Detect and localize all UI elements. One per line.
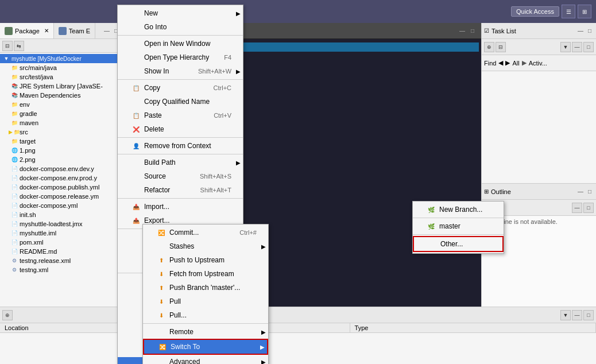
tree-label: 2.png [20,156,36,163]
tab-team[interactable]: Team E [54,23,95,38]
team-menu-advanced[interactable]: Advanced▶ [143,355,268,364]
list-item[interactable]: 📚 Maven Dependencies [0,91,120,100]
bottom-ctrl1[interactable]: ⊕ [2,310,13,320]
task-maximize-btn[interactable]: □ [586,27,594,35]
team-menu-switch-to[interactable]: 🔀 Switch To▶ [143,339,268,355]
outline-ctrl3[interactable]: □ [583,203,594,213]
menu-item-remove-context[interactable]: 👤 Remove from Context [118,139,243,153]
list-item[interactable]: 🌐 1.png [0,146,120,155]
switch-other[interactable]: Other... [413,236,504,252]
tab-package[interactable]: Package ✕ [0,23,54,38]
pull-icon: ⬇ [157,297,166,306]
menu-item-show-in[interactable]: Show InShift+Alt+W ▶ [118,64,243,78]
team-icon [131,359,141,364]
master-branch-icon: 🌿 [427,222,436,231]
copy-icon: 📋 [131,83,141,92]
tree-label: docker-compose.yml [20,202,78,209]
bottom-ctrl2[interactable]: ▼ [560,310,571,320]
menu-item-delete[interactable]: ❌ Delete [118,122,243,136]
list-item[interactable]: 📁 target [0,137,120,146]
switch-master[interactable]: 🌿 master [413,219,504,233]
build-path-icon [131,158,141,167]
menu-item-copy[interactable]: 📋 CopyCtrl+C [118,81,243,95]
menu-item-refactor[interactable]: RefactorShift+Alt+T [118,183,243,197]
tree-label: myshuttle.iml [20,230,56,237]
list-item[interactable]: 📄 docker-compose.yml [0,201,120,210]
submenu-arrow: ▶ [236,10,241,17]
team-menu-push-upstream[interactable]: ⬆ Push to Upstream [143,253,268,267]
list-item[interactable]: 📄 docker-compose.release.ym [0,192,120,201]
menu-item-type-hierarchy[interactable]: Open Type HierarchyF4 [118,51,243,64]
minimize-btn[interactable]: — [103,27,111,35]
menu-item-new[interactable]: New ▶ [118,6,243,20]
list-item[interactable]: 📄 docker-compose.publish.yml [0,183,120,192]
context-menu-switch-to: 🌿 New Branch... 🌿 master Other... [412,201,504,254]
advanced-icon [157,357,166,364]
task-ctrl1[interactable]: ▼ [560,42,571,52]
outline-minimize-btn[interactable]: — [576,188,585,196]
list-item[interactable]: ⚙ testng.xml [0,265,120,274]
list-item[interactable]: 📄 myshuttle.iml [0,229,120,238]
collapse-all-btn[interactable]: ⊟ [2,41,13,51]
list-item[interactable]: 📄 myshuttle-loadtest.jmx [0,219,120,229]
list-item[interactable]: 📄 docker-compose.env.prod.y [0,173,120,183]
center-maximize-btn[interactable]: □ [469,27,477,35]
list-item[interactable]: 📚 JRE System Library [JavaSE- [0,82,120,91]
tree-project-root[interactable]: ▼ myshuttle [MyShutleDocker [0,54,120,63]
team-menu-pull-dialog[interactable]: ⬇ Pull... [143,308,268,322]
source-icon [131,172,141,181]
separator [143,323,268,324]
toolbar-icon-2[interactable]: ⊞ [578,5,591,18]
outline-maximize-btn[interactable]: □ [586,188,594,196]
list-item[interactable]: 📁 maven [0,118,120,127]
list-item[interactable]: 📁 gradle [0,109,120,118]
list-item[interactable]: 📄 init.sh [0,210,120,219]
file-icon: 📄 [10,174,18,182]
menu-item-go-into[interactable]: Go Into [118,20,243,34]
tree-label: docker-compose.publish.yml [20,184,99,191]
find-sep: ▶ [522,59,527,67]
package-tab-close[interactable]: ✕ [44,28,49,34]
link-editor-btn[interactable]: ⇆ [14,41,24,51]
toolbar-icon-1[interactable]: ☰ [562,5,575,18]
bottom-table: Location Type [0,323,596,333]
task-ctrl2[interactable]: — [572,42,582,52]
menu-item-open-window[interactable]: Open in New Window [118,37,243,51]
team-menu-pull[interactable]: ⬇ Pull [143,295,268,308]
tree-label: docker-compose.release.ym [20,193,99,200]
menu-item-import[interactable]: 📥 Import... [118,200,243,214]
bottom-ctrl3[interactable]: — [572,310,582,320]
menu-item-paste[interactable]: 📋 PasteCtrl+V [118,109,243,122]
list-item[interactable]: 🌐 2.png [0,155,120,164]
task-minimize-btn[interactable]: — [576,27,585,35]
team-menu-push-branch[interactable]: ⬆ Push Branch 'master'... [143,281,268,295]
list-item[interactable]: 📄 docker-compose.env.dev.y [0,164,120,173]
outline-ctrl2[interactable]: — [572,203,582,213]
find-prev-btn[interactable]: ◀ [498,59,503,67]
find-next-btn[interactable]: ▶ [505,59,510,67]
list-item[interactable]: 📁 env [0,100,120,109]
team-menu-commit[interactable]: 🔀 Commit...Ctrl+# [143,226,268,239]
list-item[interactable]: ▶ 📁 src [0,127,120,137]
team-menu-stashes[interactable]: Stashes▶ [143,239,268,253]
list-item[interactable]: 📄 pom.xml [0,238,120,247]
submenu-arrow: ▶ [236,68,241,75]
team-menu-remote[interactable]: Remote▶ [143,325,268,339]
quick-access-button[interactable]: Quick Access [511,6,559,17]
menu-item-build-path[interactable]: Build Path▶ [118,156,243,169]
list-item[interactable]: ⚙ testng.release.xml [0,256,120,265]
bottom-ctrl4[interactable]: □ [583,310,594,320]
center-minimize-btn[interactable]: — [458,27,466,35]
switch-new-branch[interactable]: 🌿 New Branch... [413,203,504,216]
task-filter-btn[interactable]: ⊟ [496,42,506,52]
go-into-icon [131,22,141,32]
menu-item-source[interactable]: SourceShift+Alt+S [118,169,243,183]
menu-item-copy-qualified[interactable]: Copy Qualified Name [118,95,243,109]
task-ctrl3[interactable]: □ [583,42,594,52]
list-item[interactable]: 📄 README.md [0,247,120,256]
list-item[interactable]: 📁 src/test/java [0,72,120,82]
list-item[interactable]: 📁 src/main/java [0,63,120,72]
task-add-btn[interactable]: ⊕ [484,42,494,52]
team-menu-fetch-upstream[interactable]: ⬇ Fetch from Upstream [143,267,268,281]
new-icon [131,9,141,18]
